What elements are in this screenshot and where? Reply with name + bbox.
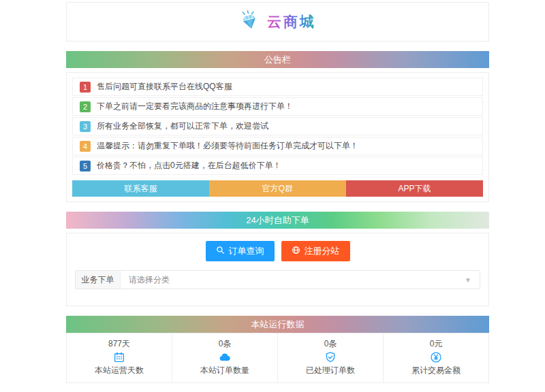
stat-value: 0条 <box>278 338 383 350</box>
search-icon <box>216 246 225 257</box>
business-order-row: 业务下单 请选择分类 ▼ <box>75 270 480 289</box>
notice-badge: 1 <box>80 82 91 93</box>
contact-button-row: 联系客服 官方Q群 APP下载 <box>72 180 483 197</box>
register-substation-button[interactable]: 注册分站 <box>281 241 350 261</box>
site-header: 云商城 <box>66 2 489 42</box>
chevron-down-icon: ▼ <box>465 276 471 284</box>
globe-icon <box>292 246 300 257</box>
business-order-label: 业务下单 <box>76 271 121 289</box>
stat-order-count: 0条 本站订单数量 <box>172 333 277 382</box>
official-qq-group-button[interactable]: 官方Q群 <box>209 180 346 197</box>
notice-text: 所有业务全部恢复，都可以正常下单，欢迎尝试 <box>97 120 268 132</box>
main-container: 云商城 公告栏 1 售后问题可直接联系平台在线QQ客服 2 下单之前请一定要看完… <box>66 0 489 383</box>
stat-operating-days: 877天 本站运营天数 <box>67 333 172 382</box>
register-substation-label: 注册分站 <box>305 245 340 257</box>
page: 云商城 公告栏 1 售后问题可直接联系平台在线QQ客服 2 下单之前请一定要看完… <box>0 0 545 392</box>
diamond-icon <box>239 10 261 33</box>
category-select[interactable]: 请选择分类 ▼ <box>121 271 480 289</box>
notice-item: 3 所有业务全部恢复，都可以正常下单，欢迎尝试 <box>72 117 483 135</box>
stat-processed-orders: 0条 已处理订单数 <box>277 333 383 382</box>
category-select-placeholder: 请选择分类 <box>129 274 170 286</box>
site-title: 云商城 <box>267 12 316 31</box>
notice-text: 下单之前请一定要看完该商品的注意事项再进行下单！ <box>97 101 293 112</box>
announcement-card: 1 售后问题可直接联系平台在线QQ客服 2 下单之前请一定要看完该商品的注意事项… <box>66 72 489 202</box>
order-query-label: 订单查询 <box>229 245 264 257</box>
announcement-bar-title: 公告栏 <box>66 51 489 68</box>
stat-label: 本站运营天数 <box>67 365 172 376</box>
notice-text: 售后问题可直接联系平台在线QQ客服 <box>97 81 232 93</box>
stat-label: 累计交易金额 <box>384 365 488 376</box>
order-query-button[interactable]: 订单查询 <box>206 241 275 261</box>
stats-card: 877天 本站运营天数 0条 本站 <box>66 333 489 383</box>
notice-item: 4 温馨提示：请勿重复下单哦！必须要等待前面任务订单完成才可以下单！ <box>72 137 483 155</box>
stat-value: 0元 <box>384 338 488 350</box>
stat-value: 0条 <box>172 338 277 350</box>
order-section-title: 24小时自助下单 <box>66 212 489 229</box>
stats-section-title: 本站运行数据 <box>66 316 489 333</box>
stat-label: 本站订单数量 <box>172 365 277 376</box>
notice-badge: 4 <box>80 141 91 152</box>
notice-text: 温馨提示：请勿重复下单哦！必须要等待前面任务订单完成才可以下单！ <box>97 140 358 152</box>
notice-badge: 5 <box>80 161 91 172</box>
shield-check-icon <box>278 351 383 364</box>
contact-support-button[interactable]: 联系客服 <box>72 180 209 197</box>
notice-text: 价格贵？不怕，点击0元搭建，在后台超低价下单！ <box>97 160 281 172</box>
notice-badge: 3 <box>80 121 91 132</box>
notice-item: 5 价格贵？不怕，点击0元搭建，在后台超低价下单！ <box>72 157 483 175</box>
notice-item: 2 下单之前请一定要看完该商品的注意事项再进行下单！ <box>72 97 483 116</box>
stat-value: 877天 <box>67 338 172 350</box>
calendar-icon <box>67 351 172 364</box>
yen-circle-icon <box>384 351 488 364</box>
notice-item: 1 售后问题可直接联系平台在线QQ客服 <box>72 78 483 96</box>
stat-total-amount: 0元 累计交易金额 <box>383 333 488 382</box>
order-card: 订单查询 注册分站 业务下单 请选择分类 ▼ <box>66 233 489 306</box>
app-download-button[interactable]: APP下载 <box>346 180 483 197</box>
stat-label: 已处理订单数 <box>278 365 383 376</box>
cloud-icon <box>172 351 277 364</box>
notice-badge: 2 <box>80 101 91 112</box>
order-actions-row: 订单查询 注册分站 <box>75 241 480 261</box>
